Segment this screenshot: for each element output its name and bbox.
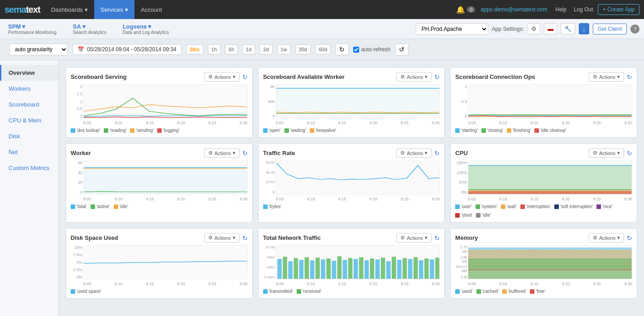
svg-rect-0 [276, 87, 440, 112]
chart-title-scoreboard-connection: Scoreboard Connection Ops [455, 73, 535, 80]
chart-title-worker: Worker [71, 150, 91, 156]
sub-nav: SPM ▾ Performance Monitoring SA ▾ Search… [0, 19, 644, 39]
sub-nav-sa[interactable]: SA ▾ Search Analytics [69, 21, 110, 37]
actions-btn-scoreboard-available[interactable]: ⚙ Actions ▾ [396, 72, 432, 82]
svg-rect-15 [332, 261, 336, 279]
refresh-icon-disk-space[interactable]: ↻ [242, 234, 248, 242]
nav-account[interactable]: Account [135, 0, 168, 19]
chart-traffic-rate: Traffic Rate ⚙ Actions ▾ ↻ 58.5936.0619.… [258, 143, 445, 223]
refresh-icon-scoreboard-serving[interactable]: ↻ [242, 73, 248, 81]
time-btn-1h[interactable]: 1h [208, 44, 221, 54]
refresh-icon-worker[interactable]: ↻ [242, 150, 248, 157]
svg-rect-13 [321, 259, 325, 279]
app-selector: PH.Prod.Apache App Settings: ⚙ ▬ 🔧 ↓ Get… [416, 23, 639, 35]
sidebar: Overview Workers Scoreboard CPU & Mem Di… [0, 60, 59, 316]
help-button[interactable]: ? [630, 24, 639, 34]
legend-network-traffic: 'transmitted' 'received' [263, 289, 440, 294]
sub-nav-logsene[interactable]: Logsene ▾ Data and Log Analytics [119, 21, 173, 37]
svg-rect-33 [430, 259, 434, 279]
time-btn-1w[interactable]: 1w [277, 44, 291, 54]
app-select[interactable]: PH.Prod.Apache [416, 23, 488, 35]
svg-rect-12 [315, 258, 320, 279]
settings-delete-button[interactable]: ▬ [544, 23, 557, 34]
settings-gear-button[interactable]: ⚙ [528, 23, 540, 34]
actions-btn-network-traffic[interactable]: ⚙ Actions ▾ [396, 233, 432, 243]
logo[interactable]: sematext [5, 5, 40, 15]
chart-area-traffic-rate: 58.5936.0619.530 9:059:109:159:209:259:3… [263, 160, 440, 201]
svg-rect-16 [337, 256, 341, 279]
svg-rect-8 [293, 258, 298, 279]
create-app-button[interactable]: + Create App [598, 4, 639, 15]
chart-disk-space: Disk Space Used ⚙ Actions ▾ ↻ 10%7.5%5%2… [66, 228, 253, 299]
actions-btn-memory[interactable]: ⚙ Actions ▾ [589, 233, 624, 243]
actions-btn-traffic-rate[interactable]: ⚙ Actions ▾ [396, 148, 432, 158]
gear-icon: ⚙ [593, 150, 597, 156]
sidebar-item-custom-metrics[interactable]: Custom Metrics [0, 160, 58, 176]
logout-link[interactable]: Log Out [571, 6, 596, 13]
help-link[interactable]: Help [553, 6, 569, 13]
legend-memory: 'used' 'cached' 'buffered' 'free' [455, 289, 632, 294]
refresh-icon-cpu[interactable]: ↻ [627, 150, 632, 157]
legend-traffic-rate: 'bytes' [263, 204, 440, 209]
sidebar-item-workers[interactable]: Workers [0, 81, 58, 97]
refresh-icon-network-traffic[interactable]: ↻ [434, 234, 440, 242]
chart-area-cpu: 150%100%50%0% 9:059:109:159:209:259:30 [455, 160, 632, 201]
auto-refresh-checkbox[interactable] [353, 47, 359, 53]
granularity-select[interactable]: auto granularity [9, 44, 68, 55]
svg-rect-17 [342, 260, 347, 279]
top-nav: sematext Dashboards ▾ Services ▾ Account… [0, 0, 644, 19]
sidebar-item-disk[interactable]: Disk [0, 128, 58, 144]
chart-title-network-traffic: Total Network Traffic [263, 234, 321, 241]
refresh-icon-scoreboard-available[interactable]: ↻ [434, 73, 440, 81]
time-btn-2d[interactable]: 2d [260, 44, 272, 54]
sub-nav-spm[interactable]: SPM ▾ Performance Monitoring [5, 21, 60, 37]
user-email[interactable]: apps-demo@sematext.com [477, 6, 551, 13]
time-btn-60d[interactable]: 60d [315, 44, 331, 54]
svg-rect-18 [348, 258, 352, 279]
chart-cpu: CPU ⚙ Actions ▾ ↻ 150%100%50%0% [450, 143, 637, 223]
auto-refresh-label[interactable]: auto-refresh [353, 46, 390, 53]
time-btn-1d[interactable]: 1d [242, 44, 255, 54]
sidebar-item-net[interactable]: Net [0, 144, 58, 160]
svg-marker-4 [468, 191, 632, 194]
gear-icon: ⚙ [208, 235, 213, 241]
chart-scoreboard-available: Scoreboard Available Worker ⚙ Actions ▾ … [258, 67, 445, 138]
actions-btn-cpu[interactable]: ⚙ Actions ▾ [589, 148, 624, 158]
time-btn-30m[interactable]: 30m [186, 44, 203, 54]
svg-rect-22 [370, 258, 374, 279]
time-btn-6h[interactable]: 6h [225, 44, 238, 54]
settings-info-button[interactable]: ↓ [579, 23, 589, 34]
svg-rect-11 [310, 260, 314, 279]
get-client-button[interactable]: Get Client [593, 24, 627, 34]
sidebar-item-cpu-mem[interactable]: CPU & Mem [0, 112, 58, 128]
refresh-button[interactable]: ↻ [335, 44, 349, 55]
svg-rect-28 [403, 258, 407, 279]
actions-btn-worker[interactable]: ⚙ Actions ▾ [204, 148, 240, 158]
legend-scoreboard-connection: 'starting' 'closing' 'finishing' 'idle c… [455, 128, 632, 133]
refresh-icon-traffic-rate[interactable]: ↻ [434, 150, 440, 157]
svg-rect-10 [304, 257, 309, 279]
actions-btn-scoreboard-serving[interactable]: ⚙ Actions ▾ [204, 72, 240, 82]
svg-rect-31 [419, 260, 423, 279]
settings-wrench-button[interactable]: 🔧 [561, 23, 575, 34]
date-range-picker[interactable]: 📅 05/28/2014 09:04 - 05/28/2014 09:34 [72, 44, 182, 55]
nav-dashboards[interactable]: Dashboards ▾ [45, 0, 94, 19]
legend-cpu: 'user' 'system' 'wait' 'interruption' 's… [455, 204, 632, 218]
nav-services[interactable]: Services ▾ [94, 0, 135, 19]
actions-btn-disk-space[interactable]: ⚙ Actions ▾ [204, 233, 240, 243]
legend-scoreboard-serving: 'dns lookup' 'reading' 'sending' 'loggin… [71, 128, 248, 133]
svg-rect-25 [386, 261, 391, 279]
refresh-icon-scoreboard-connection[interactable]: ↻ [627, 73, 632, 81]
time-btn-30d[interactable]: 30d [295, 44, 311, 54]
svg-rect-19 [353, 259, 358, 279]
chart-title-memory: Memory [455, 234, 478, 241]
actions-btn-scoreboard-connection[interactable]: ⚙ Actions ▾ [589, 72, 624, 82]
chart-title-disk-space: Disk Space Used [71, 234, 118, 241]
refresh-icon-memory[interactable]: ↻ [627, 234, 632, 242]
undo-button[interactable]: ↺ [395, 44, 409, 55]
svg-marker-1 [84, 168, 247, 194]
sidebar-item-overview[interactable]: Overview [0, 65, 58, 81]
sidebar-item-scoreboard[interactable]: Scoreboard [0, 97, 58, 112]
chart-area-disk-space: 10%7.5%5%2.5%0% 9:059:109:159:209:259:30 [71, 245, 248, 286]
svg-rect-26 [392, 257, 396, 279]
